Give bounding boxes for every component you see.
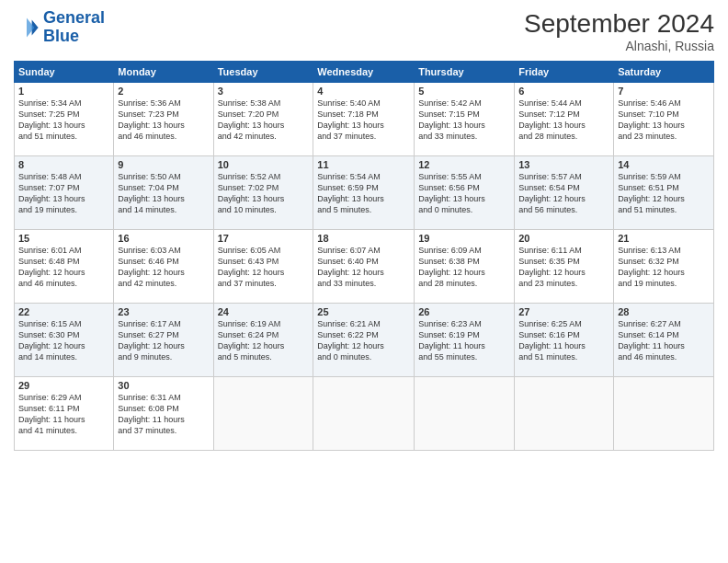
day-number: 8	[18, 159, 109, 170]
day-info: Sunrise: 6:17 AM Sunset: 6:27 PM Dayligh…	[118, 318, 209, 363]
day-info: Sunrise: 6:07 AM Sunset: 6:40 PM Dayligh…	[317, 245, 410, 290]
day-cell: 16Sunrise: 6:03 AM Sunset: 6:46 PM Dayli…	[114, 230, 213, 304]
day-number: 19	[418, 233, 510, 244]
day-info: Sunrise: 5:46 AM Sunset: 7:10 PM Dayligh…	[618, 98, 710, 143]
day-info: Sunrise: 6:25 AM Sunset: 6:16 PM Dayligh…	[518, 318, 609, 363]
day-info: Sunrise: 5:50 AM Sunset: 7:04 PM Dayligh…	[118, 171, 209, 216]
day-info: Sunrise: 5:54 AM Sunset: 6:59 PM Dayligh…	[317, 171, 410, 216]
day-info: Sunrise: 6:01 AM Sunset: 6:48 PM Dayligh…	[18, 245, 109, 290]
day-number: 12	[418, 159, 510, 170]
day-cell: 8Sunrise: 5:48 AM Sunset: 7:07 PM Daylig…	[15, 156, 114, 230]
day-cell: 23Sunrise: 6:17 AM Sunset: 6:27 PM Dayli…	[114, 304, 213, 377]
day-cell: 3Sunrise: 5:38 AM Sunset: 7:20 PM Daylig…	[213, 83, 313, 156]
day-number: 21	[618, 233, 710, 244]
day-cell: 30Sunrise: 6:31 AM Sunset: 6:08 PM Dayli…	[114, 377, 213, 451]
day-info: Sunrise: 6:29 AM Sunset: 6:11 PM Dayligh…	[18, 392, 109, 437]
day-cell: 13Sunrise: 5:57 AM Sunset: 6:54 PM Dayli…	[515, 156, 614, 230]
day-number: 27	[518, 306, 609, 317]
day-number: 11	[317, 159, 410, 170]
page: General Blue September 2024 Alnashi, Rus…	[0, 0, 728, 563]
day-number: 16	[118, 233, 209, 244]
day-number: 15	[18, 233, 109, 244]
day-cell: 25Sunrise: 6:21 AM Sunset: 6:22 PM Dayli…	[313, 304, 415, 377]
day-info: Sunrise: 6:05 AM Sunset: 6:43 PM Dayligh…	[218, 245, 310, 290]
day-cell: 20Sunrise: 6:11 AM Sunset: 6:35 PM Dayli…	[515, 230, 614, 304]
day-number: 14	[618, 159, 710, 170]
logo-text: General Blue	[43, 9, 105, 46]
day-number: 13	[518, 159, 609, 170]
day-info: Sunrise: 6:23 AM Sunset: 6:19 PM Dayligh…	[418, 318, 510, 363]
weekday-header-monday: Monday	[114, 62, 213, 83]
day-number: 6	[518, 86, 609, 97]
day-number: 4	[317, 86, 410, 97]
day-cell: 14Sunrise: 5:59 AM Sunset: 6:51 PM Dayli…	[614, 156, 714, 230]
day-info: Sunrise: 6:27 AM Sunset: 6:14 PM Dayligh…	[618, 318, 710, 363]
day-info: Sunrise: 5:42 AM Sunset: 7:15 PM Dayligh…	[418, 98, 510, 143]
day-number: 28	[618, 306, 710, 317]
weekday-header-row: SundayMondayTuesdayWednesdayThursdayFrid…	[15, 62, 714, 83]
week-row-1: 1Sunrise: 5:34 AM Sunset: 7:25 PM Daylig…	[15, 83, 714, 156]
day-cell	[213, 377, 313, 451]
day-number: 3	[218, 86, 310, 97]
day-number: 22	[18, 306, 109, 317]
day-number: 25	[317, 306, 410, 317]
day-number: 26	[418, 306, 510, 317]
week-row-3: 15Sunrise: 6:01 AM Sunset: 6:48 PM Dayli…	[15, 230, 714, 304]
day-cell: 6Sunrise: 5:44 AM Sunset: 7:12 PM Daylig…	[515, 83, 614, 156]
day-info: Sunrise: 6:21 AM Sunset: 6:22 PM Dayligh…	[317, 318, 410, 363]
day-cell: 15Sunrise: 6:01 AM Sunset: 6:48 PM Dayli…	[15, 230, 114, 304]
weekday-header-thursday: Thursday	[415, 62, 515, 83]
month-title: September 2024	[524, 9, 714, 39]
day-number: 1	[18, 86, 109, 97]
day-cell: 11Sunrise: 5:54 AM Sunset: 6:59 PM Dayli…	[313, 156, 415, 230]
day-info: Sunrise: 6:19 AM Sunset: 6:24 PM Dayligh…	[218, 318, 310, 363]
day-info: Sunrise: 5:52 AM Sunset: 7:02 PM Dayligh…	[218, 171, 310, 216]
weekday-header-friday: Friday	[515, 62, 614, 83]
day-info: Sunrise: 6:13 AM Sunset: 6:32 PM Dayligh…	[618, 245, 710, 290]
day-info: Sunrise: 5:38 AM Sunset: 7:20 PM Dayligh…	[218, 98, 310, 143]
day-info: Sunrise: 6:15 AM Sunset: 6:30 PM Dayligh…	[18, 318, 109, 363]
day-info: Sunrise: 5:40 AM Sunset: 7:18 PM Dayligh…	[317, 98, 410, 143]
day-cell: 4Sunrise: 5:40 AM Sunset: 7:18 PM Daylig…	[313, 83, 415, 156]
day-info: Sunrise: 5:44 AM Sunset: 7:12 PM Dayligh…	[518, 98, 609, 143]
day-cell	[614, 377, 714, 451]
day-cell: 22Sunrise: 6:15 AM Sunset: 6:30 PM Dayli…	[15, 304, 114, 377]
calendar-table: SundayMondayTuesdayWednesdayThursdayFrid…	[14, 61, 714, 451]
weekday-header-tuesday: Tuesday	[213, 62, 313, 83]
day-info: Sunrise: 5:34 AM Sunset: 7:25 PM Dayligh…	[18, 98, 109, 143]
day-cell: 5Sunrise: 5:42 AM Sunset: 7:15 PM Daylig…	[415, 83, 515, 156]
svg-marker-1	[27, 17, 34, 37]
day-cell: 18Sunrise: 6:07 AM Sunset: 6:40 PM Dayli…	[313, 230, 415, 304]
day-cell: 19Sunrise: 6:09 AM Sunset: 6:38 PM Dayli…	[415, 230, 515, 304]
day-cell: 21Sunrise: 6:13 AM Sunset: 6:32 PM Dayli…	[614, 230, 714, 304]
day-number: 20	[518, 233, 609, 244]
logo: General Blue	[14, 9, 105, 46]
day-cell: 28Sunrise: 6:27 AM Sunset: 6:14 PM Dayli…	[614, 304, 714, 377]
day-number: 2	[118, 86, 209, 97]
day-cell: 24Sunrise: 6:19 AM Sunset: 6:24 PM Dayli…	[213, 304, 313, 377]
day-cell: 1Sunrise: 5:34 AM Sunset: 7:25 PM Daylig…	[15, 83, 114, 156]
week-row-4: 22Sunrise: 6:15 AM Sunset: 6:30 PM Dayli…	[15, 304, 714, 377]
day-cell: 7Sunrise: 5:46 AM Sunset: 7:10 PM Daylig…	[614, 83, 714, 156]
day-cell	[515, 377, 614, 451]
day-number: 23	[118, 306, 209, 317]
logo-line2: Blue	[43, 27, 79, 45]
location: Alnashi, Russia	[524, 39, 714, 53]
day-cell: 29Sunrise: 6:29 AM Sunset: 6:11 PM Dayli…	[15, 377, 114, 451]
day-number: 24	[218, 306, 310, 317]
day-info: Sunrise: 6:09 AM Sunset: 6:38 PM Dayligh…	[418, 245, 510, 290]
day-info: Sunrise: 5:36 AM Sunset: 7:23 PM Dayligh…	[118, 98, 209, 143]
day-cell: 9Sunrise: 5:50 AM Sunset: 7:04 PM Daylig…	[114, 156, 213, 230]
day-cell	[313, 377, 415, 451]
day-number: 30	[118, 380, 209, 391]
day-number: 5	[418, 86, 510, 97]
day-cell: 2Sunrise: 5:36 AM Sunset: 7:23 PM Daylig…	[114, 83, 213, 156]
header: General Blue September 2024 Alnashi, Rus…	[14, 9, 714, 53]
title-block: September 2024 Alnashi, Russia	[524, 9, 714, 53]
weekday-header-saturday: Saturday	[614, 62, 714, 83]
day-info: Sunrise: 5:59 AM Sunset: 6:51 PM Dayligh…	[618, 171, 710, 216]
day-info: Sunrise: 5:48 AM Sunset: 7:07 PM Dayligh…	[18, 171, 109, 216]
week-row-2: 8Sunrise: 5:48 AM Sunset: 7:07 PM Daylig…	[15, 156, 714, 230]
day-cell: 10Sunrise: 5:52 AM Sunset: 7:02 PM Dayli…	[213, 156, 313, 230]
day-cell	[415, 377, 515, 451]
